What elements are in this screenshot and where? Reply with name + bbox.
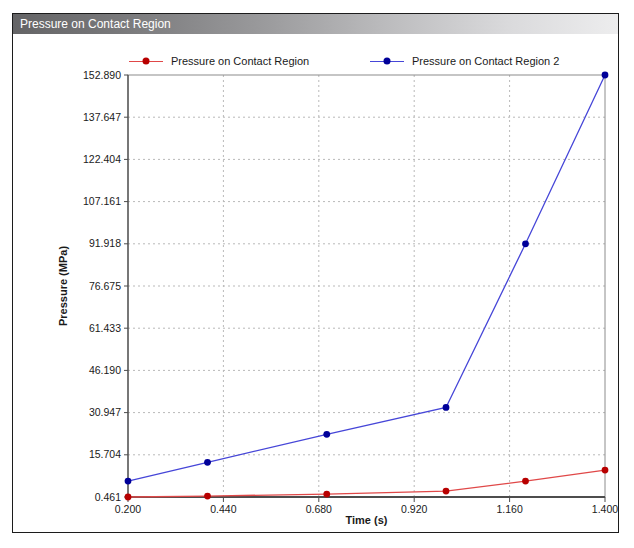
series-marker: [522, 240, 529, 247]
y-tick-label: 122.404: [83, 153, 121, 165]
y-tick-label: 137.647: [83, 111, 121, 123]
window-title-bar[interactable]: Pressure on Contact Region: [13, 14, 618, 34]
series-marker: [323, 431, 330, 438]
y-tick-label: 0.461: [95, 491, 121, 503]
series-marker: [602, 467, 609, 474]
series-marker: [522, 478, 529, 485]
series-marker: [602, 72, 609, 79]
series-marker: [125, 494, 132, 501]
series-marker: [204, 459, 211, 466]
legend-marker-icon: [384, 58, 391, 65]
series-line: [128, 470, 605, 497]
chart-window: Pressure on Contact Region 0.46115.70430…: [12, 13, 619, 533]
series-line: [128, 75, 605, 481]
legend-entry-series-1: Pressure on Contact Region: [129, 54, 309, 68]
y-axis-title: Pressure (MPa): [57, 246, 69, 326]
series-marker: [323, 491, 330, 498]
legend-label-series-1: Pressure on Contact Region: [171, 55, 309, 67]
series-marker: [443, 404, 450, 411]
y-tick-label: 107.161: [83, 195, 121, 207]
y-tick-label: 76.675: [89, 280, 121, 292]
chart-canvas: 0.46115.70430.94746.19061.43376.67591.91…: [13, 34, 618, 532]
legend-marker-icon: [143, 58, 150, 65]
y-tick-label: 152.890: [83, 69, 121, 81]
series-marker: [204, 493, 211, 500]
series-marker: [443, 488, 450, 495]
legend-swatch-blue: [370, 58, 404, 65]
plot-svg: 0.46115.70430.94746.19061.43376.67591.91…: [13, 34, 618, 532]
window-title: Pressure on Contact Region: [20, 17, 171, 31]
legend-swatch-red: [129, 58, 163, 65]
y-tick-label: 61.433: [89, 322, 121, 334]
y-tick-label: 91.918: [89, 237, 121, 249]
series-marker: [125, 478, 132, 485]
legend-entry-series-2: Pressure on Contact Region 2: [370, 54, 559, 68]
legend-label-series-2: Pressure on Contact Region 2: [412, 55, 559, 67]
x-axis-title: Time (s): [128, 514, 605, 526]
y-tick-label: 15.704: [89, 448, 121, 460]
y-tick-label: 46.190: [89, 364, 121, 376]
y-tick-label: 30.947: [89, 406, 121, 418]
